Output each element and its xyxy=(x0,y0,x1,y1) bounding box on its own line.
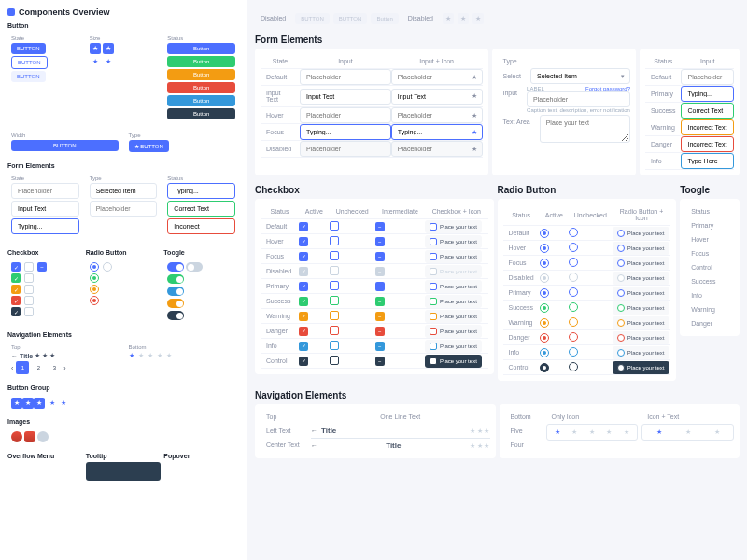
section-form: Form Elements xyxy=(7,162,239,169)
checkbox-active[interactable]: ✓ xyxy=(299,222,308,231)
checkbox-active[interactable]: ✓ xyxy=(299,282,308,291)
checkbox-unchecked[interactable] xyxy=(330,326,339,335)
radio-unchecked[interactable] xyxy=(569,302,578,312)
radio-active[interactable] xyxy=(540,259,549,268)
radio-unchecked[interactable] xyxy=(569,347,578,357)
checkbox-chip[interactable]: Place your text xyxy=(425,295,482,308)
star-icon: ★ xyxy=(443,13,454,24)
checkbox-intermediate[interactable]: − xyxy=(375,327,385,336)
checkbox-chip[interactable]: Place your text xyxy=(425,340,482,353)
checkbox-table: StatusActiveUncheckedIntermediateCheckbo… xyxy=(261,204,488,369)
checkbox-active[interactable]: ✓ xyxy=(299,342,308,351)
radio-chip[interactable]: Place your text xyxy=(613,287,669,300)
checkbox-unchecked[interactable] xyxy=(330,356,339,365)
chevron-down-icon[interactable]: ▾ xyxy=(621,73,625,80)
form-elements-title: Form Elements xyxy=(255,35,740,45)
checkbox-intermediate[interactable]: − xyxy=(375,357,385,366)
checkbox-intermediate[interactable]: − xyxy=(375,222,385,231)
radio-active[interactable] xyxy=(540,348,549,357)
radio-unchecked[interactable] xyxy=(569,362,578,371)
checkbox-unchecked[interactable] xyxy=(330,251,339,260)
checkbox-intermediate[interactable]: − xyxy=(375,252,385,261)
button-ghost[interactable]: BUTTON xyxy=(11,71,46,82)
logo-icon xyxy=(7,8,15,16)
left-overview-panel: Components Overview Button State BUTTON … xyxy=(0,0,247,560)
checkbox-active[interactable]: ✓ xyxy=(299,297,308,306)
select-input[interactable] xyxy=(530,68,630,84)
checkbox-unchecked[interactable] xyxy=(330,281,339,290)
checkbox-intermediate[interactable]: − xyxy=(375,237,385,246)
radio-unchecked[interactable] xyxy=(569,258,578,267)
radio-active[interactable] xyxy=(540,303,549,313)
section-images: Images xyxy=(7,418,239,425)
checkbox-unchecked[interactable] xyxy=(330,221,339,231)
radio-active[interactable] xyxy=(540,273,549,283)
radio-chip[interactable]: Place your text xyxy=(613,301,669,315)
checkbox-chip[interactable]: Place your text xyxy=(425,250,482,263)
radio-chip[interactable]: Place your text xyxy=(613,346,669,359)
input-focus[interactable] xyxy=(300,124,391,140)
star-icon: ★ xyxy=(472,74,477,81)
radio-unchecked[interactable] xyxy=(569,228,578,237)
radio-active[interactable] xyxy=(540,229,549,238)
radio-unchecked[interactable] xyxy=(569,287,578,297)
checkbox-intermediate[interactable]: − xyxy=(375,282,385,291)
radio-unchecked[interactable] xyxy=(569,332,578,342)
checkbox-chip[interactable]: Place your text xyxy=(425,325,482,338)
button-outline[interactable]: BUTTON xyxy=(11,56,48,69)
checkbox-intermediate[interactable]: − xyxy=(375,342,385,351)
star-icon[interactable]: ★ xyxy=(555,428,560,436)
checkbox-unchecked[interactable] xyxy=(330,266,339,275)
section-nav: Navigation Elements xyxy=(7,331,239,338)
input-default[interactable] xyxy=(11,183,79,199)
nav-title: Title xyxy=(321,427,336,435)
checkbox-intermediate[interactable]: − xyxy=(375,297,385,306)
textarea[interactable] xyxy=(540,115,630,143)
checkbox-unchecked[interactable] xyxy=(330,311,339,320)
checkbox-chip[interactable]: Place your text xyxy=(425,220,482,233)
checkbox-intermediate[interactable]: − xyxy=(375,267,385,276)
section-button: Button xyxy=(7,22,239,29)
checkbox-chip[interactable]: Place your text xyxy=(425,235,482,248)
input-placeholder[interactable] xyxy=(300,69,391,85)
radio-active[interactable] xyxy=(540,333,549,343)
section-toggle: Toogle xyxy=(163,249,239,256)
checkbox-unchecked[interactable] xyxy=(330,296,339,305)
radio-chip[interactable]: Place your text xyxy=(613,331,669,344)
radio-active[interactable] xyxy=(540,244,549,253)
radio-table: StatusActiveUncheckedRadio Button + Icon… xyxy=(503,204,671,375)
radio-active[interactable] xyxy=(540,363,549,372)
input-disabled xyxy=(300,141,391,157)
right-detail-panel: Disabled BUTTON BUTTON Button Disabled ★… xyxy=(247,0,747,560)
checkbox-chip[interactable]: Place your text xyxy=(425,310,482,323)
checkbox-unchecked[interactable] xyxy=(330,236,339,245)
checkbox-active[interactable]: ✓ xyxy=(299,312,308,321)
page-title-text: Components Overview xyxy=(19,7,110,17)
radio-unchecked[interactable] xyxy=(569,273,578,282)
button-primary[interactable]: BUTTON xyxy=(11,43,46,54)
checkbox-chip[interactable]: Place your text xyxy=(425,265,482,278)
radio-chip[interactable]: Place your text xyxy=(613,242,669,255)
radio-unchecked[interactable] xyxy=(569,243,578,252)
page-title: Components Overview xyxy=(7,7,239,17)
checkbox-intermediate[interactable]: − xyxy=(375,312,385,321)
radio-chip[interactable]: Place your text xyxy=(613,361,669,374)
radio-chip[interactable]: Place your text xyxy=(613,272,669,285)
radio-chip[interactable]: Place your text xyxy=(613,257,669,270)
back-icon[interactable]: ← xyxy=(311,427,317,434)
radio-chip[interactable]: Place your text xyxy=(613,227,669,240)
checkbox-chip[interactable]: Place your text xyxy=(425,355,482,368)
radio-unchecked[interactable] xyxy=(569,317,578,327)
checkbox-active[interactable]: ✓ xyxy=(299,267,308,276)
checkbox-active[interactable]: ✓ xyxy=(299,357,308,366)
checkbox-chip[interactable]: Place your text xyxy=(425,280,482,293)
checkbox-unchecked[interactable] xyxy=(330,341,339,350)
checkbox-active[interactable]: ✓ xyxy=(299,327,308,336)
disabled-label: Disabled xyxy=(255,11,291,25)
radio-active[interactable] xyxy=(540,318,549,328)
checkbox-active[interactable]: ✓ xyxy=(299,237,308,246)
checkbox-active[interactable]: ✓ xyxy=(299,252,308,261)
radio-chip[interactable]: Place your text xyxy=(613,316,669,329)
radio-active[interactable] xyxy=(540,288,549,298)
icon-button[interactable]: ★ xyxy=(90,43,101,54)
